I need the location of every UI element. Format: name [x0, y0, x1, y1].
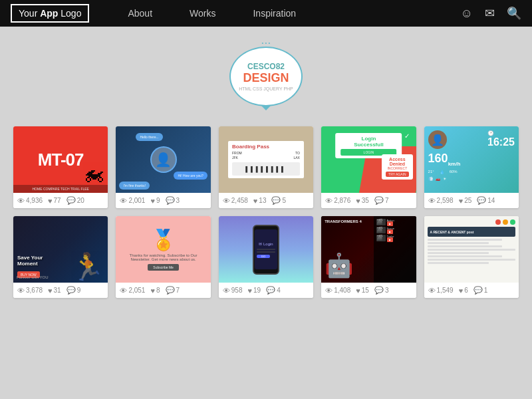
stat-views: 👁4,936 [17, 197, 43, 205]
trans-thumb-3: 🎬 [376, 235, 386, 241]
card-blog[interactable]: A RECENT & ANCIENT post 👁1,549 ♥6 💬1 [424, 216, 519, 298]
award-text: Thanks for watching. Subscribe to Our Ne… [120, 253, 206, 261]
card-stats-weather: 👁2,598 ♥25 💬14 [424, 193, 519, 208]
stat-comments: 💬3 [166, 196, 180, 205]
comment-icon: 💬 [166, 286, 175, 295]
stat-likes: ♥15 [356, 287, 369, 295]
trans-row-2: 🎬 Scene▶ [376, 227, 414, 233]
stat-views: 👁1,549 [428, 287, 454, 295]
eye-icon: 👁 [428, 287, 436, 295]
nav-inspiration[interactable]: Inspiration [234, 0, 315, 27]
weather-icon-row: 🕐 [487, 130, 515, 136]
trans-label-1: Action▶ [387, 219, 394, 225]
hero-section: CESCO82 DESIGN HTML CSS JQUERY PHP [0, 27, 532, 120]
trans-row-3: 🎬 Trailer▶ [376, 235, 414, 241]
trans-panel: 🎬 Action▶ 🎬 Scene▶ 🎬 Trailer▶ [374, 216, 416, 283]
comment-icon: 💬 [473, 286, 483, 295]
thumb-action: Save YourMoment BUY NOW 🏃 Forever with Y… [13, 216, 108, 283]
stat-comments: 💬3 [374, 286, 389, 295]
logo-bold: App [40, 8, 58, 19]
phone-input-2 [257, 251, 275, 253]
blog-line-1 [428, 239, 503, 241]
dot-green [510, 219, 515, 225]
phone-input-1 [257, 249, 275, 250]
card-chat[interactable]: 👤 Hello there... Hi! How are you? I'm fi… [116, 126, 210, 208]
stat-likes: ♥25 [459, 197, 472, 205]
stat-likes: ♥19 [247, 287, 261, 295]
card-weather[interactable]: 👤 🕐 16:25 160km/h 21° 💧 60% 💨 [424, 126, 519, 208]
card-mt07[interactable]: MT-07 🏍 HOME COMPARE TECH TRAIL FLEE 👁4,… [13, 126, 108, 208]
trans-play-2: ▶ [387, 229, 393, 234]
access-deny-text: AccessDenied [386, 157, 409, 166]
comment-icon: 💬 [166, 196, 175, 205]
stat-views: 👁3,678 [17, 287, 43, 295]
trans-title: TRANSFORMERS 4 [325, 219, 362, 223]
eye-icon: 👁 [120, 287, 127, 295]
card-action[interactable]: Save YourMoment BUY NOW 🏃 Forever with Y… [13, 216, 108, 298]
search-icon[interactable]: 🔍 [507, 6, 521, 21]
nav-links: About Works Inspiration [109, 0, 460, 27]
card-stats-action: 👁3,678 ♥31 💬9 [13, 283, 108, 298]
heart-icon: ♥ [48, 197, 53, 205]
card-stats-phone: 👁958 ♥19 💬4 [219, 283, 313, 298]
dot-orange [503, 219, 508, 225]
stat-comments: 💬20 [66, 196, 84, 205]
weather-stats-row: 21° 💧 60% [428, 170, 515, 174]
action-person-icon: 🏃 [71, 251, 104, 283]
stat-likes: ♥31 [48, 287, 61, 295]
heart-icon: ♥ [253, 197, 258, 205]
card-transformers[interactable]: TRANSFORMERS 4 🤖 🎬 Action▶ 🎬 Scene▶ 🎬 [321, 216, 416, 298]
stat-comments: 💬9 [66, 286, 81, 295]
stat-likes: ♥8 [150, 287, 160, 295]
bell-icon[interactable]: ✉ [485, 6, 495, 21]
brand-name: CESCO82 DESIGN [243, 62, 289, 84]
thumb-blog: A RECENT & ANCIENT post [424, 216, 519, 283]
brand-sub: HTML CSS JQUERY PHP [239, 86, 293, 91]
blog-line-5 [428, 252, 489, 254]
stat-likes: ♥35 [356, 197, 369, 205]
stat-likes: ♥6 [459, 287, 468, 295]
card-stats-chat: 👁2,001 ♥9 💬3 [116, 193, 210, 208]
boarding-row-1: FROMTO [232, 151, 300, 155]
phone-screen-content: ✉ Login GO [257, 241, 275, 258]
trans-label-3: Trailer▶ [387, 235, 394, 241]
stat-views: 👁958 [223, 287, 243, 295]
blog-line-2 [428, 242, 489, 244]
comment-icon: 💬 [266, 286, 275, 295]
blog-line-6 [428, 255, 503, 257]
card-award[interactable]: 🏅 Thanks for watching. Subscribe to Our … [116, 216, 210, 298]
thumb-award: 🏅 Thanks for watching. Subscribe to Our … [116, 216, 210, 283]
weather-avatar: 👤 [428, 130, 447, 149]
phone-screen: ✉ Login GO [255, 229, 277, 269]
card-boarding[interactable]: Boarding Pass FROMTO JFKLAX ▌▌▌▌▌▌▌▌ 👁2,… [219, 126, 313, 208]
blog-line-7 [428, 259, 515, 261]
trans-row-1: 🎬 Action▶ [376, 219, 414, 225]
thumb-login: ✓ LoginSuccessfull LOGIN AccessDenied IN… [321, 126, 416, 193]
eye-icon: 👁 [223, 287, 230, 295]
logo[interactable]: Your App Logo [11, 4, 89, 23]
card-stats-boarding: 👁2,458 ♥13 💬5 [219, 193, 313, 208]
brand-num: 82 [276, 62, 285, 71]
stat-views: 👁2,001 [120, 197, 145, 205]
brand-logo: CESCO82 DESIGN HTML CSS JQUERY PHP [229, 47, 303, 106]
chat-person: 👤 [150, 146, 177, 173]
portfolio-grid: MT-07 🏍 HOME COMPARE TECH TRAIL FLEE 👁4,… [0, 120, 532, 311]
comment-icon: 💬 [374, 286, 384, 295]
weather-temp-c: 21° [428, 170, 434, 174]
card-stats-mt07: 👁4,936 ♥77 💬20 [13, 193, 108, 208]
user-icon[interactable]: ☺ [461, 7, 473, 21]
card-phone[interactable]: ✉ Login GO 👁958 ♥19 💬4 [219, 216, 313, 298]
wind-icon: 💨 [428, 176, 433, 181]
card-login[interactable]: ✓ LoginSuccessfull LOGIN AccessDenied IN… [321, 126, 416, 208]
thumb-boarding: Boarding Pass FROMTO JFKLAX ▌▌▌▌▌▌▌▌ [219, 126, 313, 193]
nav-works[interactable]: Works [171, 0, 234, 27]
weather-humidity: 60% [450, 170, 458, 174]
nav-about[interactable]: About [109, 0, 171, 27]
nav-icons: ☺ ✉ 🔍 [461, 6, 521, 21]
eye-icon: 👁 [325, 287, 332, 295]
stat-views: 👁2,876 [325, 197, 350, 205]
comment-icon: 💬 [477, 196, 486, 205]
eye-icon: 👁 [17, 287, 25, 295]
trans-thumb-2: 🎬 [376, 227, 386, 233]
brand-design: DESIGN [243, 72, 289, 85]
